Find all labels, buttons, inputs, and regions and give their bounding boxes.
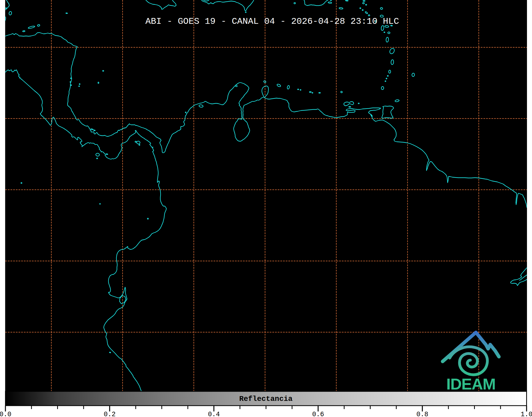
- svg-text:Reflectancia: Reflectancia: [239, 395, 293, 403]
- svg-text:0.2: 0.2: [104, 411, 116, 417]
- svg-text:1.0: 1.0: [521, 411, 532, 417]
- svg-text:0.0: 0.0: [0, 411, 11, 417]
- svg-text:0.6: 0.6: [312, 411, 324, 417]
- svg-text:ABI - GOES 19 - CANAL 04 - 202: ABI - GOES 19 - CANAL 04 - 2026-04-28 23…: [145, 16, 399, 26]
- svg-text:IDEAM: IDEAM: [446, 375, 495, 393]
- svg-text:0.4: 0.4: [208, 411, 220, 417]
- svg-text:0.8: 0.8: [416, 411, 428, 417]
